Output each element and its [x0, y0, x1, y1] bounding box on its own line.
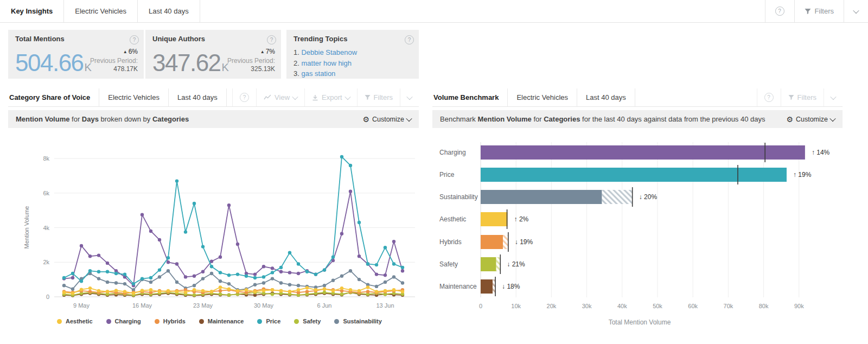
chart-text: Hybrids [439, 238, 462, 246]
legend-dot [334, 319, 339, 324]
panel-filters-button[interactable]: Filters [357, 88, 400, 106]
customize-button[interactable]: ⚙ Customize [786, 116, 835, 123]
help-icon: ? [775, 7, 784, 16]
legend-item-aesthetic[interactable]: Aesthetic [57, 318, 93, 324]
filter-funnel-icon [788, 94, 794, 100]
chart-text: 4k [43, 225, 49, 231]
panel-toolbar: ? Filters [757, 88, 843, 106]
legend-item-charging[interactable]: Charging [106, 318, 141, 324]
category-share-line-chart[interactable]: 02k4k6k8kMention Volume9 May16 May23 May… [8, 132, 419, 316]
legend-dot [257, 319, 262, 324]
chart-text: 8k [43, 155, 49, 162]
collapse-dashboard-button[interactable] [844, 0, 868, 22]
chart-text: 0 [479, 303, 482, 309]
chevron-down-icon [292, 93, 298, 99]
legend-label: Sustainability [343, 318, 382, 324]
chart-text: ↑ 14% [812, 149, 830, 156]
chart-text: ↓ 21% [507, 260, 525, 268]
benchmark-row-hybrids[interactable]: Hybrids↓ 19% [439, 232, 533, 252]
panel-saved-filter[interactable]: Electric Vehicles [99, 88, 169, 106]
chart-text: 80k [759, 303, 769, 309]
legend-label: Charging [115, 318, 141, 324]
dashboard-title-tab[interactable]: Key Insights [0, 0, 64, 22]
filters-button[interactable]: Filters [794, 0, 844, 22]
card-title: Total Mentions [15, 35, 65, 43]
help-button[interactable]: ? [765, 0, 794, 22]
chart-text: 2k [43, 259, 49, 265]
collapse-panel-button[interactable] [824, 88, 843, 106]
chevron-down-icon [853, 7, 859, 13]
trending-topic-link[interactable]: gas station [301, 69, 335, 78]
legend-label: Aesthetic [66, 318, 93, 324]
trending-topics-card: Trending Topics ? 1. Debbie Stabenow2. m… [286, 30, 419, 79]
help-icon: ? [405, 35, 414, 44]
legend-item-maintenance[interactable]: Maintenance [199, 318, 244, 324]
text-segment: Benchmark [440, 115, 477, 123]
benchmark-row-aesthetic[interactable]: Aesthetic↑ 2% [439, 209, 529, 229]
panel-saved-filter[interactable]: Electric Vehicles [508, 88, 577, 106]
text-segment: for the last 40 days against data from t… [580, 115, 765, 123]
help-button-disabled[interactable]: ? [232, 88, 256, 106]
help-button[interactable]: ? [405, 34, 414, 44]
collapse-panel-button[interactable] [400, 88, 419, 106]
trending-topic-item: 3. gas station [293, 68, 413, 79]
legend-item-hybrids[interactable]: Hybrids [155, 318, 186, 324]
chart-text: 23 May [193, 302, 213, 309]
panel-date-range[interactable]: Last 40 days [169, 88, 227, 106]
legend-dot [294, 319, 299, 324]
topbar-date-range[interactable]: Last 40 days [138, 0, 200, 22]
benchmark-row-safety[interactable]: Safety↓ 21% [439, 254, 525, 274]
export-menu-button[interactable]: Export [304, 88, 357, 106]
chevron-down-icon [344, 93, 350, 99]
benchmark-row-maintenance[interactable]: Maintenance↓ 18% [439, 277, 520, 296]
trending-topic-link[interactable]: Debbie Stabenow [301, 48, 357, 56]
chevron-down-icon [406, 93, 412, 99]
legend-label: Maintenance [208, 318, 244, 324]
comparison-block: ▲7% Previous Period: 325.13K [227, 48, 275, 73]
text-segment: Mention Volume [477, 115, 531, 123]
help-icon: ? [764, 93, 774, 102]
card-title: Trending Topics [293, 35, 347, 43]
chart-text: 90k [794, 303, 804, 309]
chart-text: 30 May [254, 302, 274, 309]
chevron-down-icon [829, 115, 835, 121]
trending-topic-link[interactable]: matter how high [301, 59, 352, 67]
help-button-disabled[interactable]: ? [757, 88, 781, 106]
topbar-saved-filter[interactable]: Electric Vehicles [64, 0, 138, 22]
volume-benchmark-bar-chart[interactable]: 010k20k30k40k50k60k70k80k90kTotal Mentio… [432, 133, 843, 332]
line-series-price[interactable] [62, 155, 404, 286]
legend-item-sustainability[interactable]: Sustainability [334, 318, 382, 324]
help-button[interactable]: ? [130, 34, 139, 44]
legend-item-safety[interactable]: Safety [294, 318, 321, 324]
volume-benchmark-panel-header: Volume Benchmark Electric Vehicles Last … [432, 88, 843, 107]
metric-value: 504.66 K [15, 51, 92, 75]
help-button[interactable]: ? [267, 34, 276, 44]
chart-text: ↑ 19% [793, 171, 812, 179]
dashboard: Key Insights Electric Vehicles Last 40 d… [0, 0, 868, 344]
bar-chart-svg: 010k20k30k40k50k60k70k80k90kTotal Mentio… [432, 133, 843, 332]
chart-text: 0 [46, 294, 49, 300]
trending-topic-item: 1. Debbie Stabenow [293, 47, 413, 58]
chart-text: 16 May [132, 302, 152, 309]
benchmark-row-charging[interactable]: Charging↑ 14% [439, 143, 830, 162]
total-mentions-value: 504.66 [15, 51, 84, 75]
legend-dot [106, 319, 111, 324]
legend-item-price[interactable]: Price [257, 318, 280, 324]
topic-rank: 2. [293, 59, 301, 67]
view-menu-button[interactable]: View [256, 88, 304, 106]
chart-text: 70k [724, 303, 733, 309]
chart-text: 30k [582, 303, 592, 309]
panel-title: Volume Benchmark [432, 88, 508, 106]
category-share-panel-header: Category Share of Voice Electric Vehicle… [8, 88, 419, 107]
panel-filters-button[interactable]: Filters [781, 88, 824, 106]
legend-label: Safety [303, 318, 321, 324]
benchmark-row-sustainability[interactable]: Sustainability↓ 20% [439, 187, 657, 207]
panel-date-range[interactable]: Last 40 days [577, 88, 635, 106]
customize-label: Customize [372, 116, 404, 123]
chart-text: Maintenance [439, 283, 477, 290]
benchmark-row-price[interactable]: Price↑ 19% [439, 165, 812, 184]
line-chart-icon [264, 94, 271, 100]
customize-button[interactable]: ⚙ Customize [362, 116, 411, 123]
customize-label: Customize [796, 116, 828, 123]
gear-icon: ⚙ [362, 116, 369, 123]
